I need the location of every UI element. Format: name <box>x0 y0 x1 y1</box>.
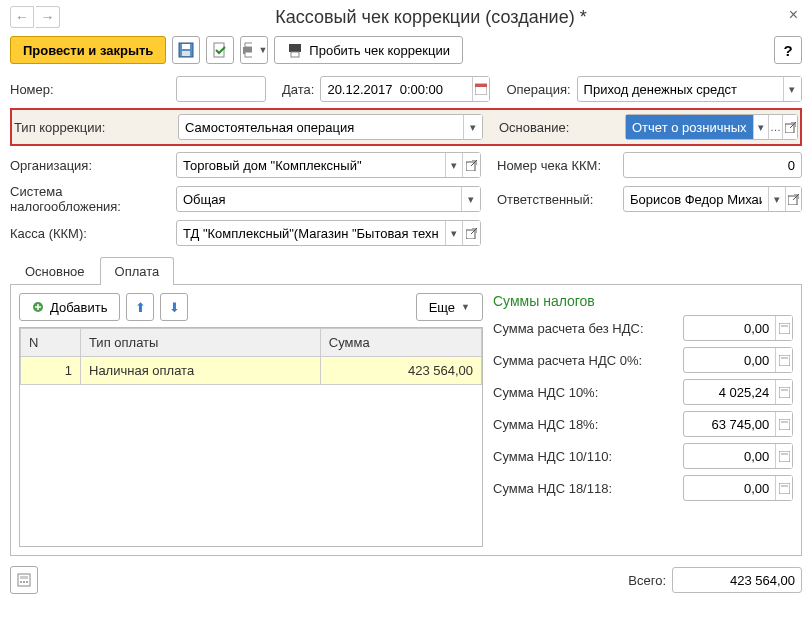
svg-rect-6 <box>245 52 252 57</box>
tax-row: Сумма НДС 18/118: <box>493 475 793 501</box>
tax-row: Сумма расчета НДС 0%: <box>493 347 793 373</box>
dropdown-icon[interactable]: ▾ <box>768 187 784 211</box>
svg-rect-24 <box>779 451 790 462</box>
calculator-icon[interactable] <box>775 444 792 468</box>
print-menu-button[interactable]: ▼ <box>240 36 268 64</box>
kkm-label: Касса (ККМ): <box>10 226 170 241</box>
dropdown-icon: ▼ <box>461 302 470 312</box>
date-input[interactable] <box>320 76 490 102</box>
tab-payment[interactable]: Оплата <box>100 257 175 285</box>
tax-input[interactable] <box>683 443 793 469</box>
tabs: Основное Оплата <box>10 256 802 285</box>
basis-label: Основание: <box>499 120 619 135</box>
kkm-select[interactable]: ▾ <box>176 220 481 246</box>
dropdown-icon[interactable]: ▾ <box>753 115 768 139</box>
basis-select[interactable]: ▾ … <box>625 114 798 140</box>
table-row[interactable]: 1 Наличная оплата 423 564,00 <box>21 357 482 385</box>
calendar-icon[interactable] <box>472 77 490 101</box>
tax-row: Сумма НДС 18%: <box>493 411 793 437</box>
svg-rect-20 <box>779 387 790 398</box>
open-icon[interactable] <box>782 115 797 139</box>
svg-point-30 <box>20 581 22 583</box>
calculator-icon[interactable] <box>775 380 792 404</box>
svg-rect-26 <box>779 483 790 494</box>
col-type[interactable]: Тип оплаты <box>81 329 321 357</box>
open-icon[interactable] <box>462 153 480 177</box>
number-input[interactable] <box>176 76 266 102</box>
nav-forward-button[interactable]: → <box>36 6 60 28</box>
tax-label: Сумма НДС 18%: <box>493 417 679 432</box>
col-sum[interactable]: Сумма <box>320 329 481 357</box>
dropdown-icon[interactable]: ▾ <box>461 187 480 211</box>
print-correction-button[interactable]: Пробить чек коррекции <box>274 36 463 64</box>
svg-rect-10 <box>475 84 487 87</box>
col-n[interactable]: N <box>21 329 81 357</box>
taxes-title: Суммы налогов <box>493 293 793 309</box>
svg-rect-27 <box>781 485 788 487</box>
help-button[interactable]: ? <box>774 36 802 64</box>
dropdown-icon[interactable]: ▾ <box>783 77 801 101</box>
kkm-number-label: Номер чека ККМ: <box>497 158 617 173</box>
tax-label: Сумма расчета НДС 0%: <box>493 353 679 368</box>
nav-back-button[interactable]: ← <box>10 6 34 28</box>
svg-rect-22 <box>779 419 790 430</box>
kkm-number-input[interactable] <box>623 152 802 178</box>
number-label: Номер: <box>10 82 170 97</box>
tax-input[interactable] <box>683 347 793 373</box>
correction-type-label: Тип коррекции: <box>14 120 172 135</box>
more-button[interactable]: Еще ▼ <box>416 293 483 321</box>
correction-type-select[interactable]: ▾ <box>178 114 483 140</box>
total-input[interactable] <box>672 567 802 593</box>
plus-icon <box>32 301 44 313</box>
post-and-close-button[interactable]: Провести и закрыть <box>10 36 166 64</box>
org-select[interactable]: ▾ <box>176 152 481 178</box>
calculator-icon[interactable] <box>775 476 792 500</box>
calculator-icon[interactable] <box>775 348 792 372</box>
arrow-up-icon: ⬆ <box>135 300 146 315</box>
tax-input[interactable] <box>683 315 793 341</box>
tax-input[interactable] <box>683 475 793 501</box>
payment-table[interactable]: N Тип оплаты Сумма 1 Наличная оплата 423… <box>20 328 482 385</box>
svg-rect-1 <box>182 44 190 49</box>
add-button[interactable]: Добавить <box>19 293 120 321</box>
tax-system-label: Система налогообложения: <box>10 184 170 214</box>
dropdown-icon[interactable]: ▾ <box>445 153 463 177</box>
svg-rect-17 <box>781 325 788 327</box>
post-button[interactable] <box>206 36 234 64</box>
move-down-button[interactable]: ⬇ <box>160 293 188 321</box>
dropdown-icon[interactable]: ▾ <box>445 221 463 245</box>
tab-main[interactable]: Основное <box>10 257 100 285</box>
tax-row: Сумма НДС 10/110: <box>493 443 793 469</box>
svg-rect-2 <box>182 51 190 56</box>
svg-rect-5 <box>245 43 252 47</box>
responsible-select[interactable]: ▾ <box>623 186 802 212</box>
close-icon[interactable]: × <box>785 6 802 24</box>
tax-input[interactable] <box>683 379 793 405</box>
svg-rect-28 <box>18 574 30 586</box>
svg-point-31 <box>23 581 25 583</box>
calculator-icon[interactable] <box>775 412 792 436</box>
footer-calc-button[interactable] <box>10 566 38 594</box>
ellipsis-icon[interactable]: … <box>768 115 783 139</box>
svg-rect-29 <box>20 576 28 579</box>
date-label: Дата: <box>282 82 314 97</box>
svg-rect-16 <box>779 323 790 334</box>
move-up-button[interactable]: ⬆ <box>126 293 154 321</box>
svg-rect-25 <box>781 453 788 455</box>
correction-row: Тип коррекции: ▾ Основание: ▾ … <box>10 108 802 146</box>
open-icon[interactable] <box>462 221 480 245</box>
operation-select[interactable]: ▾ <box>577 76 802 102</box>
save-button[interactable] <box>172 36 200 64</box>
dropdown-icon[interactable]: ▾ <box>463 115 482 139</box>
calculator-icon[interactable] <box>775 316 792 340</box>
arrow-down-icon: ⬇ <box>169 300 180 315</box>
operation-label: Операция: <box>506 82 570 97</box>
svg-rect-18 <box>779 355 790 366</box>
save-icon <box>178 42 194 58</box>
responsible-label: Ответственный: <box>497 192 617 207</box>
open-icon[interactable] <box>785 187 801 211</box>
calculator-icon <box>17 573 31 587</box>
tax-label: Сумма расчета без НДС: <box>493 321 679 336</box>
tax-system-select[interactable]: ▾ <box>176 186 481 212</box>
tax-input[interactable] <box>683 411 793 437</box>
